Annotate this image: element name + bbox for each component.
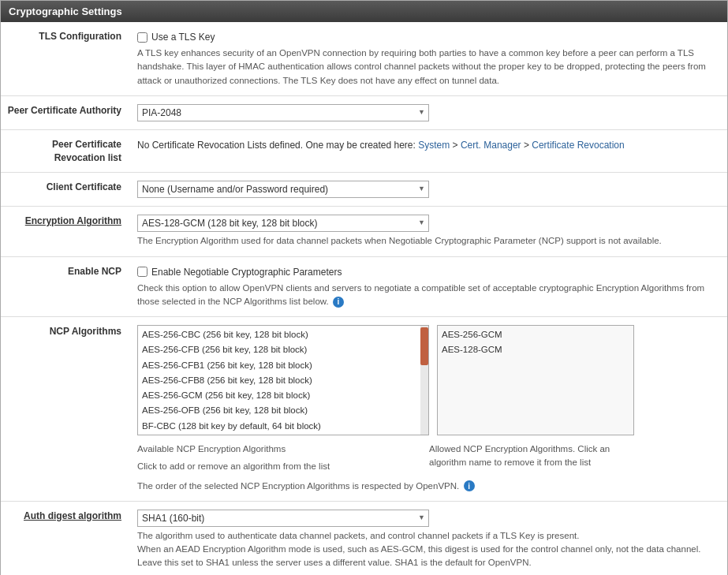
auth-digest-select[interactable]: SHA1 (160-bit) <box>137 510 429 527</box>
auth-digest-desc-3: Leave this set to SHA1 unless the server… <box>137 556 721 569</box>
peer-crl-link-system[interactable]: System <box>418 140 450 151</box>
enc-algo-content: AES-128-GCM (128 bit key, 128 bit block)… <box>131 211 727 251</box>
tls-label: TLS Configuration <box>1 27 131 47</box>
ncp-allowed-item-0[interactable]: AES-256-GCM <box>439 327 632 342</box>
ncp-item-5[interactable]: AES-256-OFB (256 bit key, 128 bit block) <box>140 403 419 418</box>
client-cert-row: Client Certificate None (Username and/or… <box>1 173 727 207</box>
enc-algo-select-wrapper: AES-128-GCM (128 bit key, 128 bit block) <box>137 215 429 232</box>
ncp-order-note: The order of the selected NCP Encryption… <box>137 481 459 491</box>
peer-crl-sep1: > <box>450 140 461 151</box>
tls-checkbox[interactable] <box>137 32 147 43</box>
tls-content: Use a TLS Key A TLS key enhances securit… <box>131 27 727 91</box>
tls-checkbox-label: Use a TLS Key <box>151 30 215 44</box>
enable-ncp-label: Enable NCP <box>1 262 131 282</box>
cryptographic-settings-panel: Cryptographic Settings TLS Configuration… <box>0 0 728 575</box>
enable-ncp-description: Check this option to allow OpenVPN clien… <box>137 282 721 309</box>
peer-crl-link-cert-manager[interactable]: Cert. Manager <box>461 140 521 151</box>
peer-ca-content: PIA-2048 <box>131 101 727 125</box>
client-cert-select[interactable]: None (Username and/or Password required) <box>137 181 429 198</box>
auth-digest-desc-2: When an AEAD Encryption Algorithm mode i… <box>137 543 721 556</box>
ncp-algorithms-label: NCP Algorithms <box>1 322 131 342</box>
tls-configuration-row: TLS Configuration Use a TLS Key A TLS ke… <box>1 22 727 96</box>
auth-digest-select-wrapper: SHA1 (160-bit) <box>137 510 429 527</box>
peer-crl-sep2: > <box>521 140 532 151</box>
tls-checkbox-row: Use a TLS Key <box>137 30 721 44</box>
ncp-algorithms-row: NCP Algorithms AES-256-CBC (256 bit key,… <box>1 317 727 502</box>
ncp-algorithms-content: AES-256-CBC (256 bit key, 128 bit block)… <box>131 322 727 496</box>
tls-description: A TLS key enhances security of an OpenVP… <box>137 47 721 88</box>
ncp-item-4[interactable]: AES-256-GCM (256 bit key, 128 bit block) <box>140 388 419 403</box>
auth-digest-label: Auth digest algorithm <box>1 506 131 526</box>
enc-algo-label: Encryption Algorithm <box>1 211 131 231</box>
peer-crl-link-cert-revocation[interactable]: Certificate Revocation <box>532 140 624 151</box>
ncp-scrollbar-track <box>420 326 428 435</box>
peer-crl-content: No Certificate Revocation Lists defined.… <box>131 135 727 155</box>
peer-ca-label: Peer Certificate Authority <box>1 101 131 121</box>
ncp-allowed-label-text: Allowed NCP Encryption Algorithms. Click… <box>429 439 618 474</box>
enable-ncp-row: Enable NCP Enable Negotiable Cryptograph… <box>1 257 727 318</box>
enable-ncp-checkbox-row: Enable Negotiable Cryptographic Paramete… <box>137 265 721 279</box>
ncp-item-1[interactable]: AES-256-CFB (256 bit key, 128 bit block) <box>140 342 419 357</box>
ncp-container: AES-256-CBC (256 bit key, 128 bit block)… <box>137 325 721 435</box>
panel-title: Cryptographic Settings <box>1 1 727 22</box>
client-cert-label: Client Certificate <box>1 177 131 197</box>
peer-ca-select-wrapper: PIA-2048 <box>137 104 429 121</box>
ncp-order-info-icon[interactable]: i <box>464 480 475 491</box>
ncp-allowed-list[interactable]: AES-256-GCM AES-128-GCM <box>437 325 634 435</box>
ncp-allowed-item-1[interactable]: AES-128-GCM <box>439 342 632 357</box>
peer-crl-label: Peer Certificate Revocation list <box>1 135 131 168</box>
client-cert-content: None (Username and/or Password required) <box>131 177 727 201</box>
enc-algo-select[interactable]: AES-128-GCM (128 bit key, 128 bit block) <box>137 215 429 232</box>
ncp-allowed-wrapper: AES-256-GCM AES-128-GCM <box>437 325 626 435</box>
enc-algo-description: The Encryption Algorithm used for data c… <box>137 234 721 248</box>
ncp-available-list[interactable]: AES-256-CBC (256 bit key, 128 bit block)… <box>137 325 429 435</box>
ncp-item-3[interactable]: AES-256-CFB8 (256 bit key, 128 bit block… <box>140 373 419 388</box>
auth-digest-desc-1: The algorithm used to authenticate data … <box>137 529 721 543</box>
ncp-available-wrapper: AES-256-CBC (256 bit key, 128 bit block)… <box>137 325 429 435</box>
ncp-available-labels: Available NCP Encryption Algorithms Clic… <box>137 439 421 474</box>
enable-ncp-content: Enable Negotiable Cryptographic Paramete… <box>131 262 727 312</box>
ncp-item-6[interactable]: BF-CBC (128 bit key by default, 64 bit b… <box>140 419 419 434</box>
ncp-item-2[interactable]: AES-256-CFB1 (256 bit key, 128 bit block… <box>140 358 419 373</box>
ncp-scrollbar-thumb[interactable] <box>420 327 428 365</box>
ncp-order-note-row: The order of the selected NCP Encryption… <box>137 479 721 493</box>
ncp-item-0[interactable]: AES-256-CBC (256 bit key, 128 bit block) <box>140 327 419 342</box>
client-cert-select-wrapper: None (Username and/or Password required) <box>137 181 429 198</box>
ncp-available-desc: Click to add or remove an algorithm from… <box>137 460 421 473</box>
enable-ncp-checkbox[interactable] <box>137 267 147 277</box>
enc-algo-row: Encryption Algorithm AES-128-GCM (128 bi… <box>1 207 727 256</box>
ncp-labels-row: Available NCP Encryption Algorithms Clic… <box>137 439 721 474</box>
ncp-allowed-label: Allowed NCP Encryption Algorithms. Click… <box>429 442 618 470</box>
auth-digest-description: The algorithm used to authenticate data … <box>137 529 721 570</box>
peer-ca-row: Peer Certificate Authority PIA-2048 <box>1 96 727 130</box>
ncp-available-label: Available NCP Encryption Algorithms <box>137 442 421 456</box>
auth-digest-row: Auth digest algorithm SHA1 (160-bit) The… <box>1 502 727 575</box>
enable-ncp-checkbox-label: Enable Negotiable Cryptographic Paramete… <box>151 265 342 279</box>
auth-digest-content: SHA1 (160-bit) The algorithm used to aut… <box>131 506 727 573</box>
peer-crl-row: Peer Certificate Revocation list No Cert… <box>1 130 727 174</box>
ncp-item-7[interactable]: BF-CFB (128 bit key by default, 64 bit b… <box>140 434 419 435</box>
peer-crl-text: No Certificate Revocation Lists defined.… <box>137 140 418 151</box>
peer-ca-select[interactable]: PIA-2048 <box>137 104 429 121</box>
enable-ncp-info-icon[interactable]: i <box>333 297 344 308</box>
